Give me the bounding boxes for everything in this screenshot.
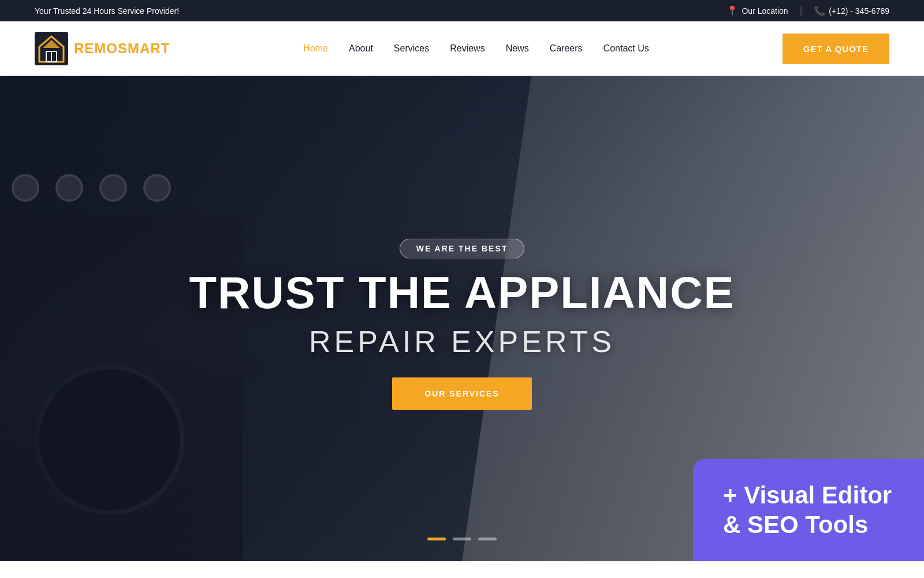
divider: | — [800, 5, 803, 17]
nav-link-reviews[interactable]: Reviews — [450, 43, 485, 53]
hero-content: WE ARE THE BEST TRUST THE APPLIANCE REPA… — [189, 239, 735, 410]
hero-subtitle: REPAIR EXPERTS — [309, 327, 615, 357]
hero-section: WE ARE THE BEST TRUST THE APPLIANCE REPA… — [0, 76, 924, 561]
location-info: 📍 Our Location — [726, 5, 788, 16]
top-bar-tagline: Your Trusted 24 Hours Service Provider! — [35, 6, 179, 16]
phone-icon: 📞 — [814, 5, 825, 16]
promo-text: + Visual Editor & SEO Tools — [723, 481, 894, 539]
our-services-button[interactable]: OUR SERVICES — [392, 377, 532, 410]
promo-line2: & SEO Tools — [723, 511, 868, 538]
nav-link-about[interactable]: About — [349, 43, 373, 53]
knob-2 — [55, 174, 83, 202]
nav-item-home[interactable]: Home — [303, 43, 328, 54]
main-nav: Home About Services Reviews News Careers… — [303, 43, 649, 54]
logo-smart: SMART — [118, 40, 170, 56]
phone-info: 📞 (+12) - 345-6789 — [814, 5, 889, 16]
location-label: Our Location — [742, 6, 788, 16]
promo-box: + Visual Editor & SEO Tools — [693, 459, 924, 561]
nav-link-services[interactable]: Services — [394, 43, 429, 53]
nav-link-home[interactable]: Home — [303, 43, 328, 53]
nav-item-reviews[interactable]: Reviews — [450, 43, 485, 54]
top-bar: Your Trusted 24 Hours Service Provider! … — [0, 0, 924, 21]
oven-knobs — [12, 174, 171, 202]
dot-inactive-2[interactable] — [478, 538, 497, 540]
hero-title: TRUST THE APPLIANCE — [189, 270, 735, 315]
nav-item-about[interactable]: About — [349, 43, 373, 54]
dot-active[interactable] — [427, 538, 446, 540]
logo-icon — [35, 32, 68, 65]
nav-item-contact[interactable]: Contact Us — [603, 43, 649, 54]
knob-1 — [12, 174, 39, 202]
nav-link-news[interactable]: News — [506, 43, 529, 53]
promo-line1: + Visual Editor — [723, 481, 892, 509]
nav-item-services[interactable]: Services — [394, 43, 429, 54]
slider-dots — [427, 538, 497, 540]
logo-text: REMOSMART — [74, 40, 170, 57]
logo[interactable]: REMOSMART — [35, 32, 170, 65]
knob-4 — [143, 174, 171, 202]
hero-badge: WE ARE THE BEST — [400, 239, 525, 258]
logo-remo: REMO — [74, 40, 118, 56]
get-quote-button[interactable]: GET A QUOTE — [783, 34, 889, 64]
header: REMOSMART Home About Services Reviews Ne… — [0, 21, 924, 76]
phone-number: (+12) - 345-6789 — [829, 6, 889, 16]
top-bar-right: 📍 Our Location | 📞 (+12) - 345-6789 — [726, 5, 889, 17]
nav-item-careers[interactable]: Careers — [550, 43, 583, 54]
location-icon: 📍 — [726, 5, 738, 16]
nav-item-news[interactable]: News — [506, 43, 529, 54]
nav-link-careers[interactable]: Careers — [550, 43, 583, 53]
dot-inactive-1[interactable] — [453, 538, 471, 540]
knob-3 — [99, 174, 127, 202]
nav-list: Home About Services Reviews News Careers… — [303, 43, 649, 54]
nav-link-contact[interactable]: Contact Us — [603, 43, 649, 53]
